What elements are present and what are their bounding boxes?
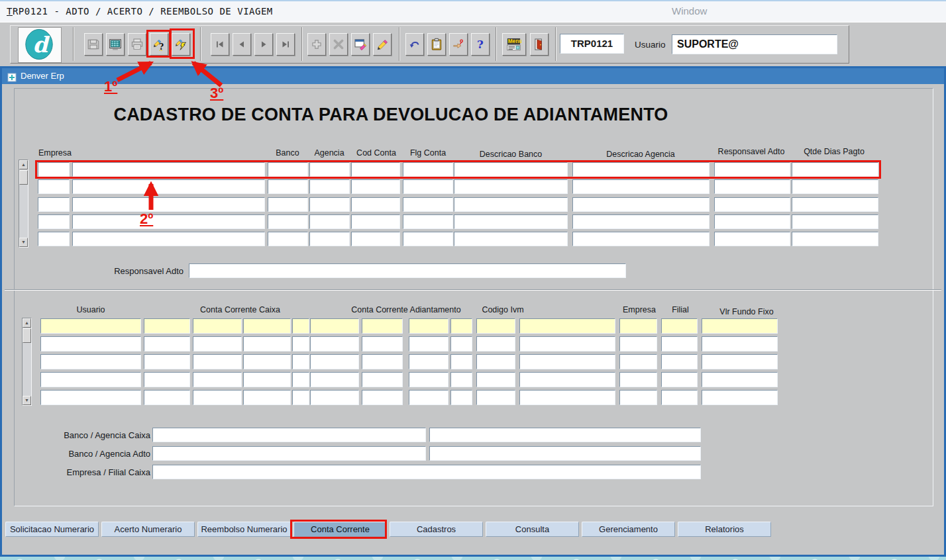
edit-window-button[interactable] <box>351 33 370 56</box>
table2-cell-r1-c8[interactable] <box>409 318 448 334</box>
table1-cell-r5-c1[interactable] <box>38 232 70 246</box>
table1-cell-r1-c8[interactable] <box>572 162 710 177</box>
table1-cell-r2-c10[interactable] <box>792 179 878 194</box>
table1-cell-r2-c1[interactable] <box>38 179 70 194</box>
tab-cadastros[interactable]: Cadastros <box>390 522 483 537</box>
table1-cell-r5-c5[interactable] <box>351 232 400 246</box>
table2-cell-r4-c4[interactable] <box>243 372 291 387</box>
table1-cell-r3-c3[interactable] <box>268 197 308 212</box>
table1-cell-r5-c10[interactable] <box>792 232 878 246</box>
delete-record-button[interactable] <box>329 33 348 56</box>
scroll-down-icon[interactable]: ▼ <box>23 396 31 405</box>
table2-cell-r3-c10[interactable] <box>476 354 515 369</box>
table1-cell-r5-c8[interactable] <box>572 232 710 246</box>
tab-conta-corrente[interactable]: Conta Corrente <box>293 522 387 537</box>
print-button[interactable] <box>128 33 146 56</box>
empresa-filial-caixa-field[interactable] <box>152 465 701 479</box>
tab-relatorios[interactable]: Relatorios <box>678 522 771 537</box>
table2-cell-r5-c4[interactable] <box>243 390 291 405</box>
table2-cell-r4-c5[interactable] <box>292 372 309 387</box>
table2-cell-r5-c8[interactable] <box>409 390 448 405</box>
undo-button[interactable] <box>405 33 424 56</box>
table1-cell-r2-c5[interactable] <box>351 179 400 194</box>
table2-cell-r3-c8[interactable] <box>409 354 448 369</box>
table1-cell-r3-c7[interactable] <box>454 197 568 212</box>
table2-cell-r1-c14[interactable] <box>702 318 778 334</box>
tab-acerto-numerario[interactable]: Acerto Numerario <box>101 522 195 537</box>
table1-cell-r2-c7[interactable] <box>454 179 568 194</box>
table1-cell-r4-c9[interactable] <box>714 214 790 229</box>
table2-cell-r4-c13[interactable] <box>661 372 698 387</box>
table1-cell-r2-c4[interactable] <box>309 179 350 194</box>
table1-cell-r1-c4[interactable] <box>309 162 350 177</box>
insert-record-button[interactable] <box>307 33 326 56</box>
table1-cell-r4-c7[interactable] <box>454 214 568 229</box>
table2-cell-r1-c9[interactable] <box>450 318 472 334</box>
save-button[interactable] <box>84 33 103 56</box>
banco-agencia-adto-field-2[interactable] <box>429 446 701 461</box>
first-record-button[interactable] <box>211 33 229 56</box>
table1-cell-r5-c6[interactable] <box>403 232 453 246</box>
table2-cell-r5-c7[interactable] <box>362 390 403 405</box>
usuario-field[interactable]: SUPORTE@ <box>672 34 837 54</box>
table1-cell-r3-c8[interactable] <box>572 197 710 212</box>
table1-cell-r4-c3[interactable] <box>268 214 308 229</box>
table2-cell-r1-c4[interactable] <box>243 318 291 334</box>
table2-cell-r4-c2[interactable] <box>144 372 190 387</box>
table1-cell-r3-c2[interactable] <box>72 197 265 212</box>
table2-cell-r2-c4[interactable] <box>243 336 291 351</box>
table2-cell-r5-c5[interactable] <box>292 390 309 405</box>
table2-cell-r2-c7[interactable] <box>362 336 403 351</box>
scroll-up-icon[interactable]: ▲ <box>23 318 31 328</box>
table2-cell-r2-c13[interactable] <box>661 336 698 351</box>
table2-cell-r4-c1[interactable] <box>40 372 141 387</box>
table1-cell-r3-c4[interactable] <box>309 197 350 212</box>
table1-cell-r5-c4[interactable] <box>309 232 350 246</box>
table1-cell-r3-c10[interactable] <box>792 197 878 212</box>
exit-button[interactable] <box>530 33 549 56</box>
table2-cell-r1-c6[interactable] <box>310 318 359 334</box>
table2-cell-r4-c9[interactable] <box>450 372 472 387</box>
table1-cell-r5-c9[interactable] <box>714 232 790 246</box>
table2-cell-r4-c7[interactable] <box>362 372 403 387</box>
table2-cell-r4-c6[interactable] <box>310 372 359 387</box>
table2-cell-r3-c5[interactable] <box>292 354 309 369</box>
table2-cell-r2-c3[interactable] <box>193 336 242 351</box>
table1-cell-r2-c8[interactable] <box>572 179 710 194</box>
table1-cell-r4-c10[interactable] <box>792 214 878 229</box>
table2-cell-r1-c7[interactable] <box>362 318 403 334</box>
table2-cell-r5-c3[interactable] <box>193 390 242 405</box>
table1-cell-r3-c9[interactable] <box>714 197 790 212</box>
banco-agencia-caixa-field-2[interactable] <box>429 428 701 442</box>
table2-cell-r3-c1[interactable] <box>40 354 141 369</box>
table2-cell-r4-c10[interactable] <box>476 372 515 387</box>
table1-cell-r1-c2[interactable] <box>72 162 265 177</box>
table1-scrollbar-thumb[interactable] <box>19 170 28 185</box>
table2-cell-r5-c10[interactable] <box>476 390 515 405</box>
program-code-field[interactable]: TRP0121 <box>560 34 624 54</box>
table2-cell-r4-c11[interactable] <box>519 372 615 387</box>
table2-cell-r2-c14[interactable] <box>702 336 778 351</box>
banco-agencia-caixa-field-1[interactable] <box>152 428 426 442</box>
table2-cell-r1-c13[interactable] <box>661 318 698 334</box>
table2-scrollbar-thumb[interactable] <box>23 328 31 343</box>
table2-cell-r2-c10[interactable] <box>476 336 515 351</box>
table1-cell-r5-c3[interactable] <box>268 232 308 246</box>
clipboard-button[interactable] <box>427 33 446 56</box>
table1-cell-r2-c2[interactable] <box>72 179 265 194</box>
table2-cell-r1-c1[interactable] <box>40 318 141 334</box>
table1-cell-r4-c6[interactable] <box>403 214 453 229</box>
responsavel-adto-field[interactable] <box>189 263 626 278</box>
table2-cell-r5-c11[interactable] <box>519 390 615 405</box>
screen-button[interactable] <box>106 33 125 56</box>
table2-cell-r2-c11[interactable] <box>519 336 615 351</box>
table1-cell-r1-c9[interactable] <box>714 162 790 177</box>
banco-agencia-adto-field-1[interactable] <box>152 446 426 461</box>
table2-cell-r3-c14[interactable] <box>702 354 778 369</box>
table1-cell-r2-c3[interactable] <box>268 179 308 194</box>
table2-cell-r5-c12[interactable] <box>619 390 657 405</box>
table1-cell-r4-c1[interactable] <box>38 214 70 229</box>
table2-cell-r3-c9[interactable] <box>450 354 472 369</box>
table2-cell-r3-c7[interactable] <box>362 354 403 369</box>
table2-cell-r3-c4[interactable] <box>243 354 291 369</box>
